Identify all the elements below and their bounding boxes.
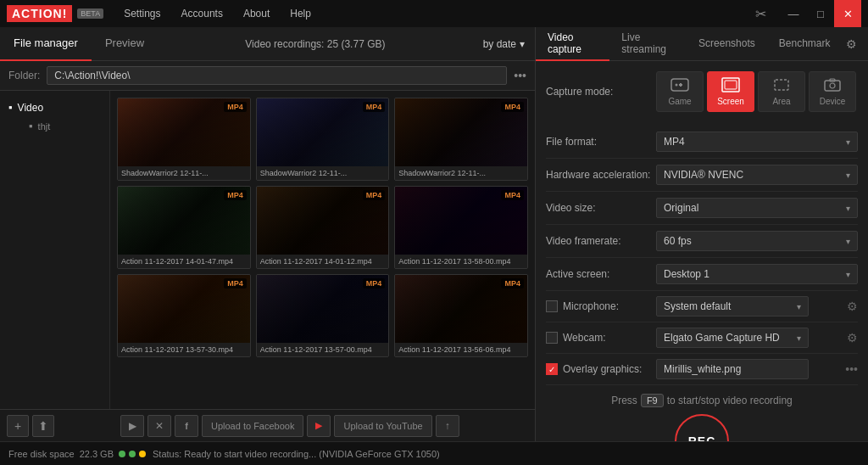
- tab-video-capture[interactable]: Video capture: [536, 27, 609, 61]
- checkbox-rows: Microphone: System default ▾ ⚙ Webcam: E…: [546, 291, 858, 385]
- tree-item-video[interactable]: ▪ Video: [0, 98, 109, 117]
- capture-mode-screen[interactable]: Screen: [707, 71, 754, 112]
- hotkey-badge: F9: [641, 394, 664, 407]
- nav-help[interactable]: Help: [290, 8, 311, 20]
- chk-label-2: ✓ Overlay graphics:: [546, 363, 656, 375]
- upload-button[interactable]: ↑: [436, 415, 459, 437]
- tab-screenshots[interactable]: Screenshots: [687, 27, 767, 61]
- mode-icon-2: [772, 77, 791, 94]
- chk-box-1[interactable]: [546, 332, 558, 344]
- tree-item-thjt[interactable]: ▪ thjt: [20, 117, 109, 135]
- capture-mode-device[interactable]: Device: [809, 71, 856, 112]
- tab-file-manager[interactable]: File manager: [0, 27, 92, 61]
- setting-dropdown-2[interactable]: Original ▾: [656, 198, 858, 218]
- thumb-label-7: Action 11-12-2017 13-57-00.mp4: [257, 343, 389, 356]
- stop-button[interactable]: ✕: [147, 415, 171, 437]
- add-button[interactable]: +: [7, 415, 29, 437]
- thumb-label-1: ShadowWarrior2 12-11-...: [257, 166, 389, 180]
- folder-options-icon[interactable]: •••: [514, 69, 526, 82]
- sidebar-tree: ▪ Video ▪ thjt: [0, 91, 110, 409]
- title-nav: Settings Accounts About Help: [124, 8, 311, 20]
- svg-rect-6: [775, 80, 788, 90]
- thumb-image-5: MP4: [395, 187, 527, 255]
- maximize-button[interactable]: □: [807, 0, 834, 27]
- side-add-btns: + ⬆: [7, 415, 117, 437]
- checkbox-row-0: Microphone: System default ▾ ⚙: [546, 291, 858, 322]
- disk-value: 22.3 GB: [80, 449, 114, 459]
- minimize-button[interactable]: —: [780, 0, 807, 27]
- capture-modes: Capture mode: Game Screen Area Device: [546, 71, 858, 112]
- subfolder-icon: ▪: [29, 120, 33, 132]
- nav-about[interactable]: About: [243, 8, 270, 20]
- facebook-icon[interactable]: f: [175, 415, 198, 437]
- setting-dropdown-0[interactable]: MP4 ▾: [656, 132, 858, 152]
- setting-label-2: Video size:: [546, 202, 656, 214]
- tab-live-streaming[interactable]: Live streaming: [609, 27, 687, 61]
- mode-icon-1: [721, 77, 740, 94]
- nav-accounts[interactable]: Accounts: [181, 8, 223, 20]
- mode-buttons: Game Screen Area Device: [656, 71, 856, 112]
- chk-dropdown-0[interactable]: System default ▾: [656, 296, 809, 317]
- panel-body: ▪ Video ▪ thjt MP4 ShadowWarrior2 12-11-…: [0, 91, 535, 409]
- video-thumb-3[interactable]: MP4 Action 11-12-2017 14-01-47.mp4: [117, 186, 251, 269]
- import-button[interactable]: ⬆: [32, 415, 54, 437]
- chk-box-0[interactable]: [546, 300, 558, 312]
- nav-settings[interactable]: Settings: [124, 8, 160, 20]
- checkbox-row-1: Webcam: Elgato Game Capture HD ▾ ⚙: [546, 322, 858, 354]
- svg-rect-3: [680, 83, 682, 87]
- beta-badge: BETA: [77, 8, 103, 19]
- youtube-icon[interactable]: ▶: [307, 415, 331, 437]
- thumb-image-1: MP4: [257, 98, 389, 166]
- video-thumb-4[interactable]: MP4 Action 11-12-2017 14-01-12.mp4: [256, 186, 390, 269]
- upload-youtube-button[interactable]: Upload to YouTube: [334, 415, 431, 437]
- chk-gear-icon-0[interactable]: ⚙: [847, 300, 858, 313]
- video-thumb-6[interactable]: MP4 Action 11-12-2017 13-57-30.mp4: [117, 274, 251, 357]
- capture-mode-area[interactable]: Area: [758, 71, 805, 112]
- setting-dropdown-1[interactable]: NVIDIA® NVENC ▾: [656, 165, 858, 185]
- tab-preview[interactable]: Preview: [92, 27, 158, 61]
- wrench-icon[interactable]: ✂: [755, 6, 766, 22]
- dot-yellow: [139, 451, 146, 457]
- capture-mode-game[interactable]: Game: [656, 71, 704, 112]
- window-controls: — □ ✕: [780, 0, 861, 27]
- video-thumb-2[interactable]: MP4 ShadowWarrior2 12-11-...: [394, 98, 528, 181]
- setting-val-text-2: Original: [664, 202, 698, 214]
- settings-rows: File format: MP4 ▾ Hardware acceleration…: [546, 126, 858, 291]
- video-thumb-8[interactable]: MP4 Action 11-12-2017 13-56-06.mp4: [394, 274, 528, 357]
- app-logo: ACTION! BETA: [7, 5, 103, 22]
- chk-more-icon-2[interactable]: •••: [845, 362, 858, 376]
- video-thumb-5[interactable]: MP4 Action 11-12-2017 13-58-00.mp4: [394, 186, 528, 269]
- video-thumb-7[interactable]: MP4 Action 11-12-2017 13-57-00.mp4: [256, 274, 390, 357]
- chk-dropdown-2[interactable]: Mirillis_white.png: [656, 359, 809, 379]
- dropdown-arrow-4: ▾: [846, 270, 850, 279]
- settings-gear-icon[interactable]: ⚙: [843, 32, 862, 56]
- main-content: Folder: C:\Action!\Video\ ••• ▪ Video ▪ …: [0, 61, 868, 441]
- chk-label-text-0: Microphone:: [563, 300, 619, 312]
- chk-box-2[interactable]: ✓: [546, 363, 558, 375]
- video-thumb-1[interactable]: MP4 ShadowWarrior2 12-11-...: [256, 98, 390, 181]
- upload-facebook-button[interactable]: Upload to Facebook: [202, 415, 303, 437]
- disk-info: Free disk space 22.3 GB: [8, 449, 146, 459]
- setting-row-2: Video size: Original ▾: [546, 192, 858, 225]
- close-button[interactable]: ✕: [834, 0, 861, 27]
- setting-value-2: Original ▾: [656, 198, 858, 218]
- setting-dropdown-4[interactable]: Desktop 1 ▾: [656, 264, 858, 284]
- chk-arrow-1: ▾: [797, 333, 801, 343]
- rec-button[interactable]: REC: [675, 414, 729, 441]
- tab-benchmark[interactable]: Benchmark: [767, 27, 843, 61]
- dropdown-arrow-1: ▾: [846, 171, 850, 180]
- setting-label-4: Active screen:: [546, 268, 656, 280]
- chk-gear-icon-1[interactable]: ⚙: [847, 331, 858, 345]
- thumb-label-4: Action 11-12-2017 14-01-12.mp4: [257, 255, 389, 268]
- capture-mode-label: Capture mode:: [546, 86, 656, 98]
- sort-control[interactable]: by date ▾: [473, 38, 535, 50]
- left-panel: Folder: C:\Action!\Video\ ••• ▪ Video ▪ …: [0, 61, 536, 441]
- thumb-label-3: Action 11-12-2017 14-01-47.mp4: [118, 255, 250, 268]
- mode-label-1: Screen: [717, 97, 744, 106]
- setting-dropdown-3[interactable]: 60 fps ▾: [656, 231, 858, 251]
- play-button[interactable]: ▶: [120, 415, 144, 437]
- chk-dropdown-1[interactable]: Elgato Game Capture HD ▾: [656, 328, 809, 348]
- chk-val-1: Elgato Game Capture HD: [664, 332, 780, 344]
- video-thumb-0[interactable]: MP4 ShadowWarrior2 12-11-...: [117, 98, 251, 181]
- folder-path[interactable]: C:\Action!\Video\: [47, 66, 507, 85]
